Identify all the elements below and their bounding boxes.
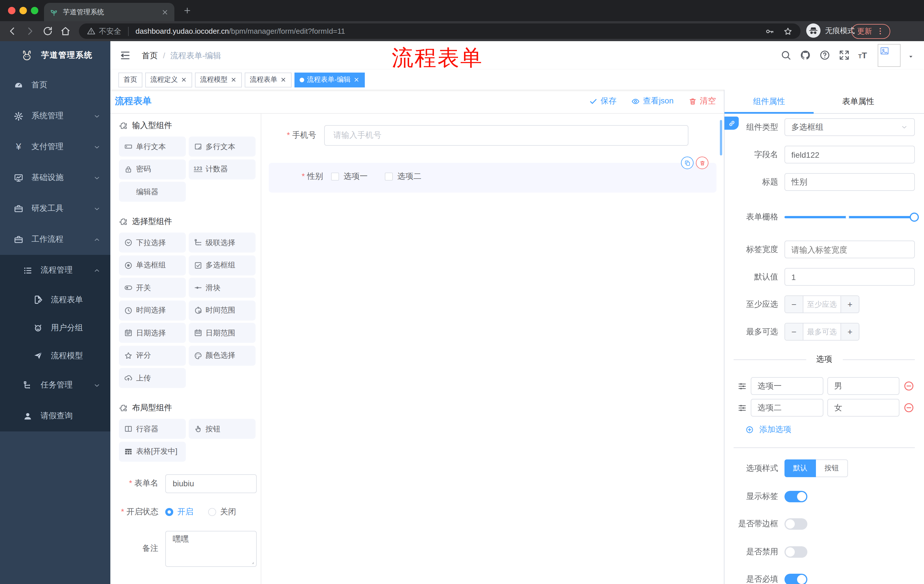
border-switch[interactable] [784, 518, 807, 530]
style-button-button[interactable]: 按钮 [816, 459, 848, 477]
window-close-button[interactable] [8, 7, 15, 14]
option1-label-input[interactable] [751, 377, 823, 395]
tab-close-icon[interactable] [161, 8, 169, 16]
fullscreen-icon[interactable] [839, 50, 850, 61]
new-tab-button[interactable] [183, 6, 191, 15]
tag-process-form[interactable]: 流程表单 [245, 72, 292, 87]
delete-component-button[interactable] [696, 156, 708, 169]
breadcrumb-home[interactable]: 首页 [142, 51, 158, 61]
tag-close-icon[interactable] [181, 77, 187, 83]
resize-corner-icon[interactable] [249, 559, 255, 565]
password-key-icon[interactable] [765, 26, 774, 36]
style-default-button[interactable]: 默认 [784, 459, 816, 477]
label-width-input[interactable] [784, 240, 915, 258]
sidebar-item-pay[interactable]: ¥ 支付管理 [0, 132, 111, 162]
tab-component-props[interactable]: 组件属性 [724, 90, 813, 113]
stepper-minus-button[interactable]: − [785, 323, 803, 340]
tab-form-props[interactable]: 表单属性 [813, 90, 903, 113]
sidebar-item-process-manage[interactable]: 流程管理 [0, 255, 111, 286]
view-json-button[interactable]: 查看json [632, 96, 673, 106]
sidebar-item-process-form[interactable]: 流程表单 [0, 286, 111, 314]
avatar[interactable] [878, 44, 901, 67]
field-name-input[interactable] [784, 146, 915, 163]
palette-item-editor[interactable]: 编辑器 [119, 182, 186, 202]
stepper-minus-button[interactable]: − [785, 296, 803, 313]
address-bar[interactable]: 不安全 dashboard.yudao.iocoder.cn/bpm/manag… [79, 23, 800, 39]
palette-item-date[interactable]: 日期选择 [119, 323, 186, 343]
option2-value-input[interactable] [827, 399, 899, 416]
window-minimize-button[interactable] [20, 7, 27, 14]
palette-item-cascader[interactable]: 级联选择 [188, 233, 255, 253]
tag-process-model[interactable]: 流程模型 [195, 72, 242, 87]
sidebar-item-system[interactable]: 系统管理 [0, 100, 111, 132]
palette-item-color[interactable]: 颜色选择 [188, 345, 255, 365]
slider-track[interactable] [784, 216, 915, 218]
palette-item-switch[interactable]: 开关 [119, 278, 186, 298]
sidebar-item-home[interactable]: 首页 [0, 70, 111, 100]
palette-item-row-container[interactable]: 行容器 [119, 419, 186, 439]
home-button[interactable] [60, 26, 71, 36]
palette-item-table[interactable]: 表格[开发中] [119, 441, 186, 461]
sidebar-item-workflow[interactable]: 工作流程 [0, 224, 111, 255]
clear-button[interactable]: 清空 [688, 96, 716, 106]
reload-button[interactable] [42, 26, 53, 36]
palette-item-button[interactable]: 按钮 [188, 419, 255, 439]
default-value-input[interactable] [784, 268, 915, 286]
max-select-input[interactable]: 最多可选 [803, 323, 841, 340]
slider-handle[interactable] [910, 212, 919, 221]
remove-option-icon[interactable] [903, 402, 914, 413]
title-input[interactable] [784, 173, 915, 191]
palette-item-rate[interactable]: 评分 [119, 345, 186, 365]
tag-close-icon[interactable] [231, 77, 237, 83]
back-button[interactable] [7, 26, 18, 36]
palette-item-select[interactable]: 下拉选择 [119, 233, 186, 253]
drag-handle-icon[interactable] [738, 382, 747, 391]
checkbox-option1[interactable] [331, 173, 339, 181]
checkbox-option2[interactable] [385, 173, 393, 181]
tag-close-icon[interactable] [353, 77, 360, 83]
sidebar-fold-icon[interactable] [119, 50, 131, 61]
palette-item-single-text[interactable]: 单行文本 [119, 137, 186, 156]
stepper-plus-button[interactable]: + [841, 323, 859, 340]
grid-slider[interactable] [784, 208, 915, 226]
github-icon[interactable] [800, 50, 811, 61]
palette-item-time-range[interactable]: 时间范围 [188, 300, 255, 320]
browser-menu-update-button[interactable]: 更新 [851, 24, 890, 39]
option2-label-input[interactable] [751, 399, 823, 416]
sidebar-item-task-manage[interactable]: 任务管理 [0, 370, 111, 401]
sidebar-item-infra[interactable]: 基础设施 [0, 162, 111, 193]
palette-item-date-range[interactable]: 日期范围 [188, 323, 255, 343]
sidebar-item-leave-query[interactable]: 请假查询 [0, 401, 111, 431]
add-option-button[interactable]: 添加选项 [746, 424, 924, 435]
palette-item-time[interactable]: 时间选择 [119, 300, 186, 320]
palette-item-checkbox-group[interactable]: 多选框组 [188, 255, 255, 275]
stepper-plus-button[interactable]: + [841, 296, 859, 313]
required-switch[interactable] [784, 574, 807, 584]
browser-tab[interactable]: 芋道管理系统 [44, 3, 174, 21]
sidebar-item-process-model[interactable]: 流程模型 [0, 342, 111, 370]
show-label-switch[interactable] [784, 490, 807, 502]
status-radio-off[interactable]: 关闭 [208, 507, 236, 517]
save-button[interactable]: 保存 [589, 96, 617, 106]
palette-item-slider[interactable]: 滑块 [188, 278, 255, 298]
window-zoom-button[interactable] [31, 7, 38, 14]
forward-button[interactable] [25, 26, 35, 36]
search-icon[interactable] [780, 50, 791, 61]
drag-handle-icon[interactable] [738, 403, 747, 412]
form-name-input[interactable] [165, 474, 257, 493]
option1-value-input[interactable] [827, 377, 899, 395]
disabled-switch[interactable] [784, 546, 807, 558]
tag-close-icon[interactable] [280, 77, 287, 83]
palette-item-counter[interactable]: 123计数器 [188, 159, 255, 179]
canvas-scrollbar-thumb[interactable] [720, 120, 722, 155]
avatar-caret-icon[interactable] [908, 54, 914, 59]
palette-item-radio-group[interactable]: 单选框组 [119, 255, 186, 275]
min-select-input[interactable]: 至少应选 [803, 296, 841, 313]
sidebar-logo[interactable]: 芋道管理系统 [0, 41, 111, 70]
copy-component-button[interactable] [681, 156, 693, 169]
tag-process-definition[interactable]: 流程定义 [145, 72, 192, 87]
remove-option-icon[interactable] [903, 380, 914, 392]
tag-process-form-edit[interactable]: 流程表单-编辑 [294, 72, 365, 87]
component-type-select[interactable]: 多选框组 [784, 118, 915, 136]
sidebar-item-user-group[interactable]: 用户分组 [0, 314, 111, 342]
